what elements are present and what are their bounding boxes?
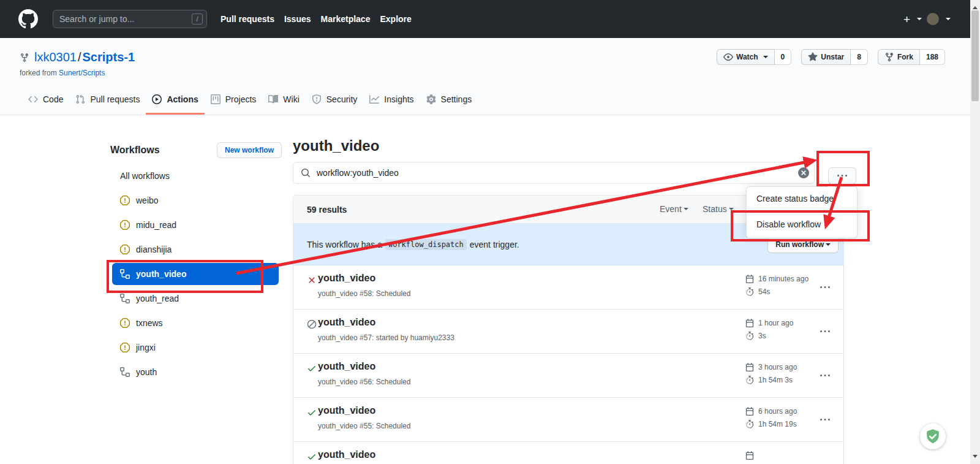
run-meta: 1 hour ago 3s [745, 316, 793, 342]
failed-icon [307, 275, 317, 285]
star-count[interactable]: 8 [851, 49, 868, 65]
slash-key-hint: / [192, 13, 203, 25]
header-nav: Pull requests Issues Marketplace Explore [221, 14, 412, 24]
fork-icon [884, 52, 894, 62]
workflows-list: All workflows weibo midu_read dianshijia… [110, 164, 282, 384]
run-title-link[interactable]: youth_video [318, 449, 375, 460]
avatar-caret-icon[interactable] [946, 18, 951, 23]
status-filter[interactable]: Status [703, 204, 734, 214]
kebab-icon [820, 415, 830, 425]
kebab-icon [820, 327, 830, 337]
run-title-link[interactable]: youth_video [318, 405, 375, 416]
nav-marketplace[interactable]: Marketplace [321, 14, 371, 24]
shield-check-icon [925, 428, 941, 444]
github-actions-page: Search or jump to... / Pull requests Iss… [0, 0, 980, 464]
sidebar-item-all-workflows[interactable]: All workflows [110, 164, 282, 188]
page-title: youth_video [293, 136, 844, 156]
calendar-icon [745, 407, 754, 416]
runs-filter-input[interactable] [315, 167, 793, 178]
calendar-icon [745, 319, 754, 327]
tab-projects[interactable]: Projects [205, 86, 263, 115]
scroll-up-icon[interactable] [973, 4, 978, 9]
run-row[interactable]: youth_video youth_video #56: Scheduled 3… [293, 354, 843, 398]
watch-count[interactable]: 0 [775, 49, 792, 65]
run-row[interactable]: youth_video youth_video #57: started by … [293, 310, 843, 354]
tab-wiki[interactable]: Wiki [262, 86, 305, 115]
plus-icon[interactable]: + [903, 13, 910, 25]
scroll-down-icon[interactable] [973, 455, 978, 460]
sidebar-item-midu-read[interactable]: midu_read [110, 213, 282, 237]
menu-item-create-status-badge[interactable]: Create status badge [747, 187, 857, 210]
workflows-sidebar: Workflows New workflow All workflows wei… [110, 136, 282, 384]
scrollbar-thumb[interactable] [971, 10, 979, 101]
github-logo-icon[interactable] [18, 9, 38, 29]
menu-item-disable-workflow[interactable]: Disable workflow [747, 210, 857, 238]
sidebar-item-youth-video[interactable]: youth_video [112, 263, 279, 285]
header-search-placeholder: Search or jump to... [59, 14, 134, 24]
run-subtitle: youth_video #58: Scheduled [318, 289, 410, 298]
warning-icon [120, 318, 130, 328]
kebab-icon [820, 283, 830, 292]
sidebar-item-dianshijia[interactable]: dianshijia [110, 237, 282, 262]
unstar-button[interactable]: Unstar [801, 49, 851, 65]
run-options-button[interactable] [818, 324, 832, 339]
tab-actions[interactable]: Actions [146, 86, 204, 115]
success-icon [307, 363, 317, 373]
shield-badge[interactable] [920, 424, 946, 449]
run-options-button[interactable] [818, 368, 832, 383]
run-meta: 3 hours ago 1h 54m 3s [745, 360, 797, 386]
run-options-button[interactable] [818, 413, 832, 427]
run-title-link[interactable]: youth_video [318, 273, 375, 284]
run-meta: 16 minutes ago 54s [745, 272, 809, 298]
run-row[interactable]: youth_video [293, 442, 843, 464]
new-workflow-button[interactable]: New workflow [217, 142, 282, 158]
tab-code[interactable]: Code [22, 86, 69, 115]
run-row[interactable]: youth_video youth_video #58: Scheduled 1… [293, 265, 843, 310]
fork-source-link[interactable]: Sunert/Scripts [59, 69, 105, 77]
sidebar-item-youth-read[interactable]: youth_read [110, 286, 282, 311]
repo-social-buttons: Watch 0 Unstar 8 Fork 188 [717, 49, 945, 65]
runs-filter [293, 162, 815, 184]
tab-insights[interactable]: Insights [363, 86, 420, 115]
workflow-options-menu: Create status badge Disable workflow [746, 186, 858, 238]
tab-security[interactable]: Security [306, 86, 364, 115]
run-title-link[interactable]: youth_video [318, 317, 375, 328]
plus-caret-icon[interactable] [917, 18, 922, 23]
nav-pull-requests[interactable]: Pull requests [221, 14, 274, 24]
fork-note: forked from Sunert/Scripts [20, 69, 105, 77]
calendar-icon [745, 451, 754, 460]
sidebar-item-weibo[interactable]: weibo [110, 188, 282, 213]
scrollbar[interactable] [970, 0, 980, 464]
run-title-link[interactable]: youth_video [318, 361, 375, 372]
repo-owner-link[interactable]: lxk0301 [34, 50, 77, 64]
avatar[interactable] [927, 13, 939, 25]
stopwatch-icon [745, 332, 754, 340]
watch-button[interactable]: Watch [717, 49, 775, 65]
repo-header: lxk0301/Scripts-1 forked from Sunert/Scr… [0, 38, 980, 115]
sidebar-item-jingxi[interactable]: jingxi [110, 335, 282, 360]
kebab-icon [837, 171, 847, 181]
calendar-icon [745, 275, 754, 283]
gear-icon [426, 94, 436, 104]
sidebar-item-txnews[interactable]: txnews [110, 311, 282, 335]
tab-pull-requests[interactable]: Pull requests [69, 86, 146, 115]
event-filter[interactable]: Event [660, 204, 688, 214]
sidebar-item-youth[interactable]: youth [110, 360, 282, 384]
run-subtitle: youth_video #55: Scheduled [318, 422, 410, 430]
run-options-button[interactable] [818, 280, 832, 295]
run-row[interactable]: youth_video youth_video #55: Scheduled 6… [293, 398, 843, 442]
search-icon [301, 168, 311, 178]
header-search-input[interactable]: Search or jump to... / [53, 10, 207, 28]
tab-settings[interactable]: Settings [420, 86, 478, 115]
fork-count[interactable]: 188 [920, 49, 945, 65]
repo-name-link[interactable]: Scripts-1 [83, 50, 135, 64]
fork-button[interactable]: Fork [878, 49, 920, 65]
nav-explore[interactable]: Explore [380, 14, 411, 24]
header-right-controls: + [903, 0, 951, 38]
banner-code: workflow_dispatch [385, 239, 467, 250]
run-meta [745, 449, 758, 462]
success-icon [307, 408, 317, 417]
nav-issues[interactable]: Issues [284, 14, 311, 24]
clear-filter-button[interactable] [798, 167, 809, 178]
warning-icon [120, 196, 130, 205]
